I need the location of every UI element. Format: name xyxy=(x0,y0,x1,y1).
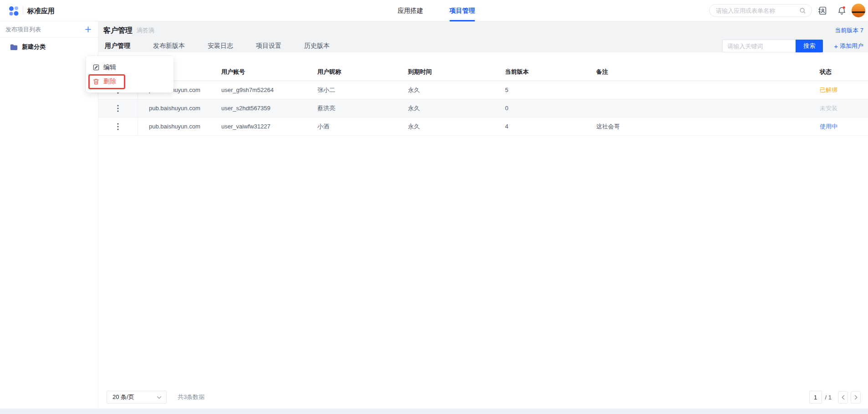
sidebar-item-category[interactable]: 新建分类 xyxy=(0,38,98,56)
page-subtitle: 滴答滴 xyxy=(137,26,154,35)
sidebar: 发布项目列表 新建分类 xyxy=(0,21,98,409)
page-total-label: / 1 xyxy=(825,394,832,401)
cell-expiry: 永久 xyxy=(401,86,498,94)
app-title: 标准应用 xyxy=(27,0,55,21)
keyword-input[interactable] xyxy=(722,40,796,52)
table-card: 用户账号 用户昵称 到期时间 当前版本 备注 状态 pub.baishuyun.… xyxy=(98,52,868,409)
app-logo-icon[interactable] xyxy=(8,5,19,16)
cell-expiry: 永久 xyxy=(401,123,498,131)
next-page-button[interactable] xyxy=(851,391,861,404)
top-nav: 应用搭建 项目管理 xyxy=(398,0,475,21)
global-search-input[interactable] xyxy=(716,7,799,14)
status-badge: 已解绑 xyxy=(820,87,837,93)
cell-version: 4 xyxy=(498,123,589,130)
prev-page-button[interactable] xyxy=(838,391,848,404)
cell-account: user_g9sh7m52264 xyxy=(214,87,310,93)
trash-icon xyxy=(93,78,99,85)
row-actions-kebab-icon[interactable] xyxy=(114,121,122,132)
cell-domain: pub.baishuyun.com xyxy=(138,105,214,112)
page-size-select[interactable]: 20 条/页 xyxy=(107,391,167,404)
edit-icon xyxy=(93,64,99,71)
table-row: pub.baishuyun.com user_vaiwfw31227 小酒 永久… xyxy=(98,118,868,136)
page-tabs: 用户管理 发布新版本 安装日志 项目设置 历史版本 xyxy=(105,42,330,50)
tab-publish-version[interactable]: 发布新版本 xyxy=(153,42,185,50)
edit-label: 编辑 xyxy=(103,63,116,72)
search-button[interactable]: 搜索 xyxy=(796,40,823,52)
page-title: 客户管理 xyxy=(103,26,133,36)
row-context-menu: 编辑 删除 xyxy=(86,56,174,92)
table-row: pub.baishuyun.com user_g9sh7m52264 张小二 永… xyxy=(98,81,868,99)
col-header-status: 状态 xyxy=(812,68,868,76)
current-page-input[interactable]: 1 xyxy=(809,391,822,404)
add-user-label: 添加用户 xyxy=(840,42,863,50)
total-count: 共3条数据 xyxy=(178,393,204,401)
sidebar-header: 发布项目列表 xyxy=(0,21,98,38)
cell-domain: pub.baishuyun.com xyxy=(138,123,214,130)
table-row: pub.baishuyun.com user_s2hdt567359 蔡洪亮 永… xyxy=(98,99,868,118)
delete-label: 删除 xyxy=(103,77,116,86)
nav-tab-project-manage[interactable]: 项目管理 xyxy=(449,0,475,21)
avatar[interactable] xyxy=(852,4,865,17)
cell-nickname: 小酒 xyxy=(310,123,401,131)
menu-item-delete[interactable]: 删除 xyxy=(86,74,174,88)
col-header-nickname: 用户昵称 xyxy=(310,68,401,76)
bell-icon[interactable] xyxy=(837,5,847,15)
tab-project-settings[interactable]: 项目设置 xyxy=(256,42,281,50)
col-header-account: 用户账号 xyxy=(214,68,310,76)
top-bar: 标准应用 应用搭建 项目管理 xyxy=(0,0,868,21)
row-actions-kebab-icon[interactable] xyxy=(114,103,122,114)
cell-version: 5 xyxy=(498,87,589,93)
add-user-button[interactable]: + 添加用户 xyxy=(834,42,863,50)
col-header-remark: 备注 xyxy=(589,68,812,76)
chevron-down-icon xyxy=(157,396,162,399)
status-badge: 使用中 xyxy=(820,123,837,130)
add-project-icon[interactable] xyxy=(85,26,92,33)
folder-icon xyxy=(10,44,18,51)
cell-nickname: 蔡洪亮 xyxy=(310,104,401,112)
page-size-value: 20 条/页 xyxy=(112,393,157,401)
menu-item-edit[interactable]: 编辑 xyxy=(86,60,174,74)
main-content: 客户管理 滴答滴 当前版本 7 用户管理 发布新版本 安装日志 项目设置 历史版… xyxy=(98,21,868,409)
project-title-row: 客户管理 滴答滴 当前版本 7 xyxy=(98,21,868,40)
cell-nickname: 张小二 xyxy=(310,86,401,94)
col-header-expiry: 到期时间 xyxy=(401,68,498,76)
contacts-icon[interactable] xyxy=(817,6,827,15)
table-header: 用户账号 用户昵称 到期时间 当前版本 备注 状态 xyxy=(98,63,868,81)
col-header-version: 当前版本 xyxy=(498,68,589,76)
search-icon xyxy=(799,7,806,14)
current-version-label: 当前版本 7 xyxy=(835,26,863,35)
tab-user-manage[interactable]: 用户管理 xyxy=(105,42,130,50)
plus-icon: + xyxy=(834,43,838,50)
table-footer: 20 条/页 共3条数据 1 / 1 xyxy=(107,391,861,404)
global-search[interactable] xyxy=(709,4,812,17)
sidebar-header-label: 发布项目列表 xyxy=(5,26,85,34)
page-tab-row: 用户管理 发布新版本 安装日志 项目设置 历史版本 搜索 + 添加用户 xyxy=(98,40,868,52)
tab-history-version[interactable]: 历史版本 xyxy=(304,42,330,50)
nav-tab-app-build[interactable]: 应用搭建 xyxy=(398,0,423,21)
cell-version: 0 xyxy=(498,105,589,112)
divider xyxy=(23,6,23,15)
cell-account: user_vaiwfw31227 xyxy=(214,123,310,130)
cell-remark: 这社会哥 xyxy=(589,123,812,131)
tab-install-log[interactable]: 安装日志 xyxy=(208,42,233,50)
cell-expiry: 永久 xyxy=(401,104,498,112)
status-badge: 未安装 xyxy=(820,105,837,112)
cell-account: user_s2hdt567359 xyxy=(214,105,310,112)
sidebar-item-label: 新建分类 xyxy=(22,43,46,51)
